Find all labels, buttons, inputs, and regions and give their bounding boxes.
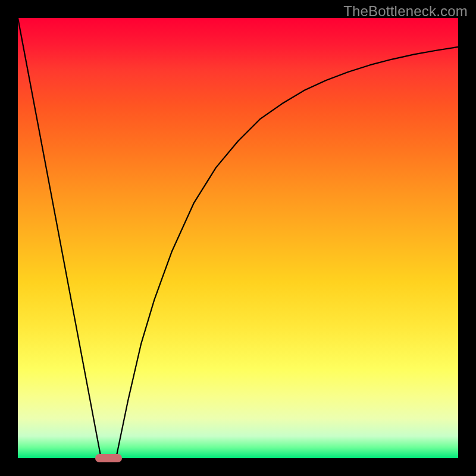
curve-right-limb xyxy=(116,47,458,458)
chart-frame: TheBottleneck.com xyxy=(0,0,476,476)
bottleneck-curve xyxy=(18,18,458,458)
watermark-text: TheBottleneck.com xyxy=(343,3,468,20)
optimal-range-marker xyxy=(95,454,121,462)
curve-left-limb xyxy=(18,18,101,458)
plot-area xyxy=(18,18,458,458)
